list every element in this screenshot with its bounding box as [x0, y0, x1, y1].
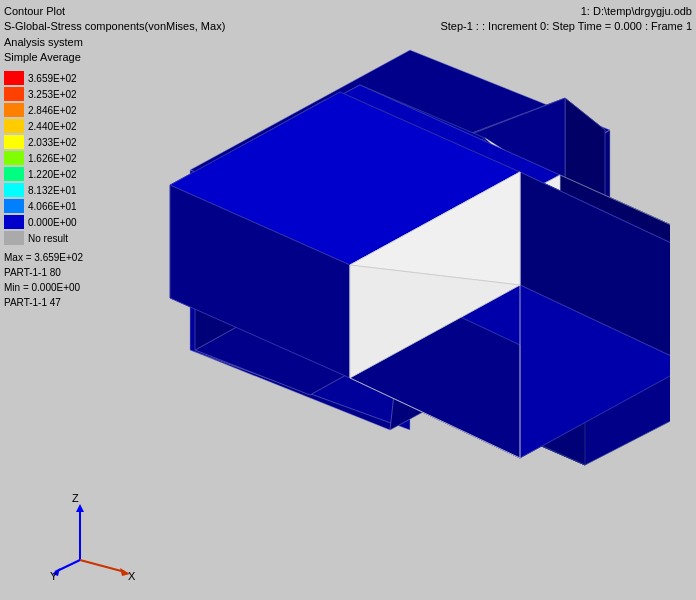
- svg-line-60: [80, 560, 125, 572]
- legend-value-label: 2.440E+02: [28, 121, 77, 132]
- legend-value-label: 8.132E+01: [28, 185, 77, 196]
- legend-color-swatch: [4, 119, 24, 133]
- legend-item: 1.220E+02: [4, 166, 83, 182]
- svg-marker-57: [76, 504, 84, 512]
- legend-value-label: 0.000E+00: [28, 217, 77, 228]
- legend-color-swatch: [4, 151, 24, 165]
- legend-color-swatch: [4, 215, 24, 229]
- no-result-color: [4, 231, 24, 245]
- file-ref-label: 1: D:\temp\drgygju.odb: [440, 4, 692, 19]
- max-location: PART-1-1 80: [4, 265, 83, 280]
- legend-item: 2.440E+02: [4, 118, 83, 134]
- legend-item: 3.659E+02: [4, 70, 83, 86]
- legend-value-label: 3.659E+02: [28, 73, 77, 84]
- legend-item: 0.000E+00: [4, 214, 83, 230]
- min-label: Min = 0.000E+00: [4, 280, 83, 295]
- legend-value-label: 2.846E+02: [28, 105, 77, 116]
- axis-indicator: Z Y X: [50, 490, 130, 570]
- legend-value-label: 4.066E+01: [28, 201, 77, 212]
- legend-value-label: 1.626E+02: [28, 153, 77, 164]
- max-label: Max = 3.659E+02: [4, 250, 83, 265]
- legend-color-swatch: [4, 167, 24, 181]
- legend-color-swatch: [4, 71, 24, 85]
- legend-item: 8.132E+01: [4, 182, 83, 198]
- main-canvas: Contour Plot S-Global-Stress components(…: [0, 0, 696, 600]
- legend-color-swatch: [4, 135, 24, 149]
- plot-type-label: Contour Plot: [4, 4, 225, 19]
- legend-value-label: 1.220E+02: [28, 169, 77, 180]
- legend-item: 1.626E+02: [4, 150, 83, 166]
- min-location: PART-1-1 47: [4, 295, 83, 310]
- legend-item: 3.253E+02: [4, 86, 83, 102]
- color-legend: 3.659E+023.253E+022.846E+022.440E+022.03…: [4, 70, 83, 310]
- legend-item: 4.066E+01: [4, 198, 83, 214]
- legend-value-label: 3.253E+02: [28, 89, 77, 100]
- model-final: [130, 30, 670, 490]
- legend-item: 2.033E+02: [4, 134, 83, 150]
- legend-value-label: 2.033E+02: [28, 137, 77, 148]
- legend-color-swatch: [4, 199, 24, 213]
- legend-footer: Max = 3.659E+02 PART-1-1 80 Min = 0.000E…: [4, 250, 83, 310]
- axes-svg: Z Y X: [50, 490, 140, 580]
- model-area: [130, 30, 670, 490]
- no-result-row: No result: [4, 230, 83, 246]
- legend-item: 2.846E+02: [4, 102, 83, 118]
- no-result-label: No result: [28, 233, 68, 244]
- z-axis-label: Z: [72, 492, 79, 504]
- legend-color-swatch: [4, 183, 24, 197]
- legend-color-swatch: [4, 87, 24, 101]
- y-axis-label: Y: [50, 570, 58, 580]
- legend-color-swatch: [4, 103, 24, 117]
- x-axis-label: X: [128, 570, 136, 580]
